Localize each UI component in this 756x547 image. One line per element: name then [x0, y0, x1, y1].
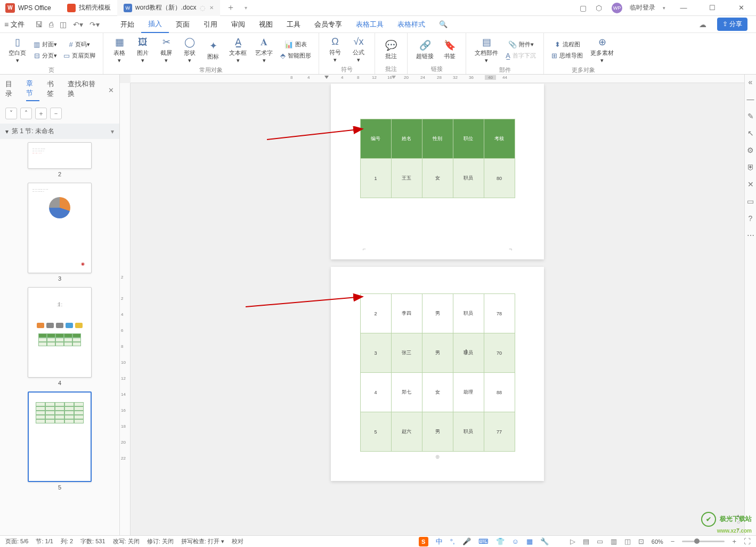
- more-icon[interactable]: ⋯: [747, 231, 754, 240]
- shape-button[interactable]: ◯形状▾: [179, 35, 200, 65]
- status-col[interactable]: 列: 2: [61, 537, 73, 545]
- nav-tab-section[interactable]: 章节: [26, 79, 39, 101]
- zoom-value[interactable]: 60%: [652, 538, 663, 545]
- ime-tool-icon[interactable]: 🔧: [540, 537, 549, 545]
- maximize-button[interactable]: ☐: [702, 4, 723, 12]
- avatar-icon[interactable]: WP: [612, 3, 622, 13]
- status-revise[interactable]: 修订: 关闭: [147, 537, 174, 545]
- menu-tab-tools[interactable]: 工具: [280, 16, 307, 33]
- login-dropdown-icon[interactable]: ▾: [663, 5, 665, 11]
- bookmark-button[interactable]: 🔖书签: [439, 35, 460, 64]
- section-expand-icon[interactable]: ▾: [111, 128, 114, 135]
- status-spell[interactable]: 拼写检查: 打开 ▾: [181, 537, 224, 545]
- status-proof[interactable]: 校对: [232, 537, 243, 545]
- tab-add-button[interactable]: ＋: [220, 2, 241, 13]
- attachment-button[interactable]: 📎附件▾: [503, 39, 538, 50]
- minus-icon[interactable]: —: [747, 95, 754, 103]
- cube-icon[interactable]: ⬡: [596, 4, 604, 12]
- docpart-button[interactable]: ▤文档部件▾: [472, 35, 501, 65]
- view-outline-icon[interactable]: ▥: [611, 537, 617, 545]
- play-icon[interactable]: ▷: [570, 537, 575, 545]
- dropcap-button[interactable]: A̲首字下沉: [503, 51, 538, 61]
- tab-template[interactable]: 找稻壳模板: [61, 0, 117, 16]
- login-label[interactable]: 临时登录: [630, 3, 655, 12]
- minimize-button[interactable]: —: [673, 4, 694, 12]
- mindmap-button[interactable]: ⊞思维导图: [549, 51, 585, 61]
- ime-mic-icon[interactable]: 🎤: [462, 537, 471, 545]
- table-add-row-icon[interactable]: ⊕: [347, 454, 528, 460]
- nav-close-icon[interactable]: ✕: [108, 86, 114, 94]
- headerfooter-button[interactable]: ▭页眉页脚: [61, 51, 97, 61]
- zoom-slider[interactable]: [682, 541, 725, 542]
- pen-icon[interactable]: ✎: [747, 112, 754, 120]
- shield-icon[interactable]: ⛨: [747, 163, 754, 172]
- blank-page-button[interactable]: ▯空白页▾: [5, 35, 29, 65]
- tab-document[interactable]: W word教程（新）.docx ◌ ✕: [117, 0, 220, 16]
- menu-tab-ref[interactable]: 引用: [197, 16, 224, 33]
- comment-button[interactable]: 💬批注: [380, 35, 402, 64]
- ime-punct-icon[interactable]: °,: [450, 537, 455, 545]
- hamburger-icon[interactable]: ≡: [4, 20, 9, 29]
- section-header[interactable]: ▾ 第 1 节: 未命名 ▾: [0, 124, 119, 139]
- thumbnail-page-4[interactable]: —⊏ ——⊏ —: [28, 287, 92, 378]
- nav-tool-down[interactable]: ˅: [5, 108, 17, 119]
- view-web-icon[interactable]: ▭: [597, 537, 603, 545]
- flowchart-button[interactable]: ⬍流程图: [549, 39, 585, 50]
- symbol-button[interactable]: Ω符号▾: [324, 35, 346, 64]
- status-track[interactable]: 改写: 关闭: [113, 537, 140, 545]
- undo-icon[interactable]: ↶▾: [73, 20, 83, 29]
- nav-tab-find[interactable]: 查找和替换: [68, 79, 101, 101]
- tab-overflow-icon[interactable]: ▾: [245, 5, 247, 11]
- thumbnail-page-3[interactable]: ____ ____ ____ ________ ____ ____ ◉: [28, 183, 92, 273]
- canvas-scroll[interactable]: 编号姓名性别职位考核 1王五女职员80 ⌐ ¬ 2李四男职员78 3张三男职员7…: [131, 83, 744, 535]
- screenshot-button[interactable]: ✂截屏▾: [156, 35, 177, 65]
- chart-button[interactable]: 📊图表: [278, 39, 313, 50]
- status-section[interactable]: 节: 1/1: [36, 537, 53, 545]
- zoom-in-icon[interactable]: +: [732, 537, 736, 545]
- preview-icon[interactable]: ◫: [60, 20, 67, 29]
- device-icon[interactable]: ▢: [580, 4, 588, 12]
- cloud-icon[interactable]: ☁: [699, 20, 706, 29]
- view-print-icon[interactable]: ▤: [583, 537, 589, 545]
- file-menu[interactable]: 文件: [11, 20, 25, 29]
- menu-tab-start[interactable]: 开始: [113, 16, 141, 33]
- cursor-icon[interactable]: ↖: [747, 129, 754, 137]
- menu-tab-vip[interactable]: 会员专享: [307, 16, 349, 33]
- ime-keyboard-icon[interactable]: ⌨: [478, 537, 489, 545]
- icon-button[interactable]: ✦图标: [202, 35, 224, 65]
- ime-grid-icon[interactable]: ▦: [526, 537, 533, 545]
- menu-tab-page[interactable]: 页面: [169, 16, 197, 33]
- wordart-button[interactable]: 𝐀艺术字▾: [252, 35, 276, 65]
- view-read-icon[interactable]: ◫: [624, 537, 631, 545]
- more-material-button[interactable]: ⊕更多素材▾: [587, 35, 617, 65]
- status-page[interactable]: 页面: 5/6: [5, 537, 28, 545]
- menu-tab-review[interactable]: 审阅: [224, 16, 252, 33]
- collapse-icon[interactable]: «: [749, 78, 753, 86]
- ime-cloth-icon[interactable]: 👕: [496, 537, 505, 545]
- nav-tab-toc[interactable]: 目录: [5, 79, 19, 101]
- tools-icon[interactable]: ✕: [747, 180, 754, 189]
- zoom-out-icon[interactable]: −: [671, 537, 675, 545]
- picture-button[interactable]: 🖼图片▾: [132, 35, 153, 65]
- redo-icon[interactable]: ↷▾: [90, 20, 100, 29]
- hyperlink-button[interactable]: 🔗超链接: [413, 35, 437, 64]
- pagenum-button[interactable]: #页码▾: [61, 39, 97, 50]
- document-page-5[interactable]: 2李四男职员78 3张三男职员70 4郑七女助理88 5赵六男职员77 I ⊕: [331, 267, 544, 481]
- sogou-ime-icon[interactable]: S: [419, 537, 428, 546]
- vertical-ruler[interactable]: 2 2 4 6 8 10 12 14 16 18 20 22: [120, 83, 131, 535]
- document-table-2[interactable]: 2李四男职员78 3张三男职员70 4郑七女助理88 5赵六男职员77: [360, 293, 515, 452]
- share-button[interactable]: ⇪ 分享: [717, 18, 747, 31]
- horizontal-ruler[interactable]: 8 4 4 8 12 16 20 24 28 32 36 40 44: [131, 75, 756, 83]
- help-icon[interactable]: ?: [749, 214, 753, 223]
- nav-tab-bookmark[interactable]: 书签: [47, 79, 60, 101]
- menu-tab-insert[interactable]: 插入: [141, 16, 169, 33]
- smartart-button[interactable]: ⬘智能图形: [278, 51, 313, 61]
- zoom-fit-icon[interactable]: ⊡: [638, 537, 644, 545]
- nav-tool-add[interactable]: ＋: [35, 108, 47, 119]
- ime-lang-icon[interactable]: 中: [436, 537, 443, 546]
- document-page-4[interactable]: 编号姓名性别职位考核 1王五女职员80 ⌐ ¬: [331, 84, 544, 259]
- save-icon[interactable]: 🖫: [35, 20, 43, 29]
- menu-search-icon[interactable]: 🔍: [432, 16, 454, 33]
- equation-button[interactable]: √x公式▾: [348, 35, 369, 64]
- tab-close-icon[interactable]: ✕: [209, 5, 214, 11]
